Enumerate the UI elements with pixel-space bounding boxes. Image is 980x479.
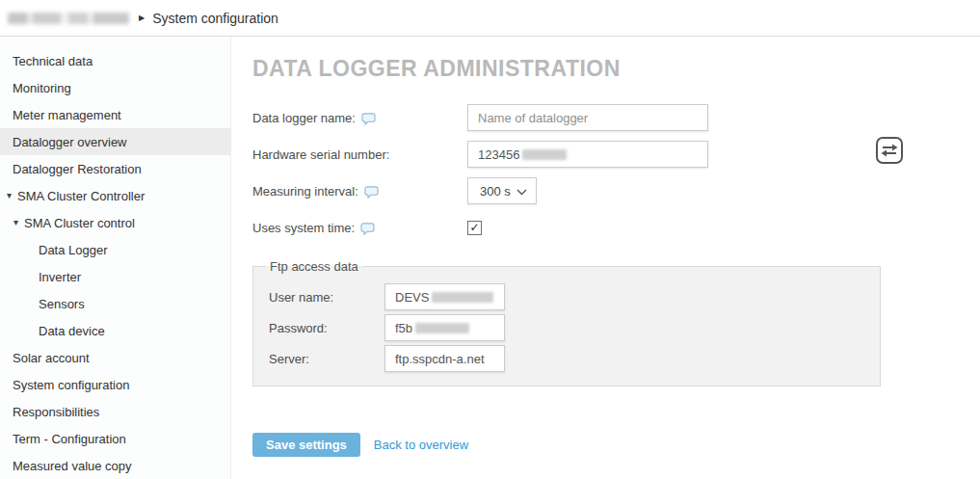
footer-actions: Save settings Back to overview bbox=[252, 433, 980, 457]
ftp-username-row: User name: DEVS bbox=[269, 283, 880, 310]
ftp-server-input[interactable]: ftp.sspcdn-a.net bbox=[384, 345, 505, 372]
sidebar-item-label: Data Logger bbox=[39, 243, 108, 257]
field-label-text: Measuring interval: bbox=[252, 184, 358, 199]
ftp-server-label: Server: bbox=[269, 352, 384, 366]
sidebar-item-label: Inverter bbox=[39, 270, 81, 284]
datalogger-name-input[interactable] bbox=[467, 104, 708, 131]
chevron-down-icon[interactable]: ▾ bbox=[13, 218, 18, 227]
ftp-username-input[interactable]: DEVS bbox=[384, 283, 505, 310]
uses-system-time-label: Uses system time: bbox=[252, 221, 467, 235]
ftp-password-input[interactable]: f5b bbox=[384, 314, 505, 341]
sidebar-item-term-configuration[interactable]: Term - Configuration bbox=[0, 425, 230, 452]
sidebar-item-sensors[interactable]: Sensors bbox=[0, 290, 230, 317]
redacted-site-name bbox=[8, 13, 129, 24]
serial-value: 123456 bbox=[478, 147, 519, 162]
username-value: DEVS bbox=[395, 290, 429, 305]
redacted-serial-suffix bbox=[522, 149, 567, 160]
ftp-access-fieldset: Ftp access data User name: DEVS Password… bbox=[252, 259, 881, 386]
sidebar-item-label: System configuration bbox=[13, 378, 129, 392]
chevron-down-icon[interactable]: ▾ bbox=[7, 191, 12, 200]
sidebar-item-label: Monitoring bbox=[13, 81, 71, 95]
ftp-legend: Ftp access data bbox=[266, 259, 362, 274]
save-settings-button[interactable]: Save settings bbox=[252, 433, 360, 457]
sidebar-item-inverter[interactable]: Inverter bbox=[0, 263, 230, 290]
sidebar-item-measured-value-copy[interactable]: Measured value copy bbox=[0, 452, 230, 479]
field-label-text: Data logger name: bbox=[252, 111, 356, 125]
sidebar-item-technical-data[interactable]: Technical data bbox=[0, 47, 230, 74]
sidebar-item-datalogger-restoration[interactable]: Datalogger Restoration bbox=[0, 155, 230, 182]
sidebar-item-label: Term - Configuration bbox=[13, 432, 126, 446]
sidebar-item-solar-account[interactable]: Solar account bbox=[0, 344, 230, 371]
main-content: DATA LOGGER ADMINISTRATION Data logger n… bbox=[231, 37, 980, 479]
hardware-serial-row: Hardware serial number: 123456 bbox=[252, 141, 980, 168]
sidebar-item-label: SMA Cluster control bbox=[24, 216, 135, 230]
select-value: 300 s bbox=[480, 184, 511, 199]
server-value: ftp.sspcdn-a.net bbox=[395, 352, 485, 366]
back-to-overview-link[interactable]: Back to overview bbox=[374, 438, 468, 452]
sidebar-item-label: Responsibilities bbox=[13, 405, 99, 419]
tooltip-bubble-icon[interactable] bbox=[364, 186, 379, 199]
sidebar-item-label: Data device bbox=[39, 324, 105, 338]
sidebar-item-label: SMA Cluster Controller bbox=[17, 189, 145, 203]
breadcrumb: ▶ System configuration bbox=[0, 0, 980, 37]
sidebar-item-datalogger-overview[interactable]: Datalogger overview bbox=[0, 128, 230, 155]
page-title: DATA LOGGER ADMINISTRATION bbox=[252, 56, 980, 82]
redacted-password-suffix bbox=[415, 323, 469, 333]
breadcrumb-arrow-icon: ▶ bbox=[139, 13, 145, 22]
ftp-password-label: Password: bbox=[269, 321, 384, 335]
sidebar-item-sma-cluster-controller[interactable]: ▾SMA Cluster Controller bbox=[0, 182, 230, 209]
sidebar-item-meter-management[interactable]: Meter management bbox=[0, 101, 230, 128]
datalogger-name-label: Data logger name: bbox=[252, 111, 467, 125]
sidebar-item-label: Datalogger Restoration bbox=[13, 162, 142, 176]
breadcrumb-current: System configuration bbox=[152, 11, 278, 26]
ftp-password-row: Password: f5b bbox=[269, 314, 880, 341]
sidebar-item-data-logger[interactable]: Data Logger bbox=[0, 236, 230, 263]
sidebar-item-label: Solar account bbox=[13, 351, 90, 365]
sidebar-item-data-device[interactable]: Data device bbox=[0, 317, 230, 344]
ftp-username-label: User name: bbox=[269, 290, 384, 305]
tooltip-bubble-icon[interactable] bbox=[361, 113, 376, 125]
measuring-interval-select[interactable]: 300 s bbox=[467, 177, 537, 204]
transfer-arrows-icon[interactable] bbox=[875, 136, 904, 165]
ftp-server-row: Server: ftp.sspcdn-a.net bbox=[269, 345, 880, 372]
sidebar-item-label: Datalogger overview bbox=[13, 135, 127, 149]
sidebar-item-label: Technical data bbox=[13, 54, 93, 68]
password-value: f5b bbox=[395, 321, 412, 335]
sidebar-item-system-configuration[interactable]: System configuration bbox=[0, 371, 230, 398]
redacted-username-suffix bbox=[432, 292, 493, 303]
field-label-text: Hardware serial number: bbox=[252, 147, 389, 162]
uses-system-time-row: Uses system time: ✓ bbox=[252, 214, 980, 241]
datalogger-name-row: Data logger name: bbox=[252, 104, 980, 131]
hardware-serial-label: Hardware serial number: bbox=[252, 147, 467, 162]
hardware-serial-input[interactable]: 123456 bbox=[467, 141, 708, 168]
sidebar-item-label: Sensors bbox=[39, 297, 85, 311]
sidebar-item-monitoring[interactable]: Monitoring bbox=[0, 74, 230, 101]
sidebar-item-sma-cluster-control[interactable]: ▾SMA Cluster control bbox=[0, 209, 230, 236]
checkmark-icon: ✓ bbox=[469, 222, 479, 233]
chevron-down-icon bbox=[516, 184, 527, 199]
sidebar-item-responsibilities[interactable]: Responsibilities bbox=[0, 398, 230, 425]
measuring-interval-label: Measuring interval: bbox=[252, 184, 467, 199]
tooltip-bubble-icon[interactable] bbox=[360, 223, 375, 235]
sidebar: Technical data Monitoring Meter manageme… bbox=[0, 37, 231, 479]
sidebar-item-label: Measured value copy bbox=[13, 459, 132, 473]
sidebar-item-label: Meter management bbox=[13, 108, 121, 122]
field-label-text: Uses system time: bbox=[252, 221, 355, 235]
measuring-interval-row: Measuring interval: 300 s bbox=[252, 177, 980, 204]
uses-system-time-checkbox[interactable]: ✓ bbox=[467, 221, 482, 235]
